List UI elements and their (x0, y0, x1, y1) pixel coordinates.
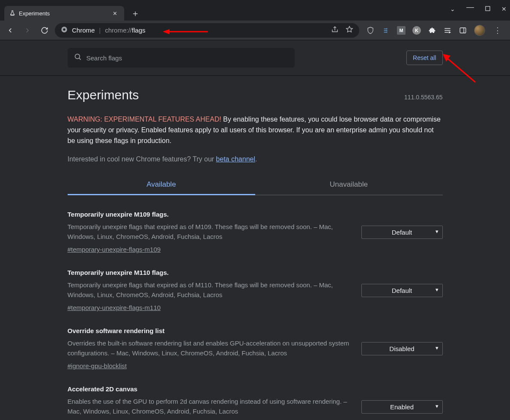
menu-icon[interactable]: ⋮ (492, 26, 503, 35)
flask-icon (9, 10, 15, 17)
flags-tabs: Available Unavailable (68, 175, 443, 195)
flag-description: Overrides the built-in software renderin… (68, 339, 351, 358)
maximize-icon[interactable] (485, 6, 490, 12)
beta-channel-line: Interested in cool new Chrome features? … (68, 155, 443, 163)
beta-channel-link[interactable]: beta channel (216, 155, 255, 163)
browser-toolbar: Chrome | chrome://flags Ⲷ M K (0, 21, 510, 40)
flag-description: Temporarily unexpire flags that expired … (68, 280, 351, 300)
flags-list: Temporarily unexpire M109 flags. Tempora… (68, 195, 443, 420)
flag-anchor-link[interactable]: #temporary-unexpire-flags-m110 (68, 304, 161, 311)
extension-m-icon[interactable]: M (397, 26, 406, 35)
interested-prefix: Interested in cool new Chrome features? … (68, 155, 216, 163)
flag-title: Temporarily unexpire M109 flags. (68, 211, 351, 218)
reload-button[interactable] (38, 24, 51, 37)
flag-title: Override software rendering list (68, 327, 351, 334)
url-path: flags (132, 27, 146, 34)
address-bar[interactable]: Chrome | chrome://flags (55, 23, 359, 38)
flag-entry: Temporarily unexpire M109 flags. Tempora… (68, 195, 443, 253)
media-icon[interactable] (443, 26, 452, 35)
warning-text: WARNING: EXPERIMENTAL FEATURES AHEAD! By… (68, 114, 443, 146)
svg-point-2 (63, 28, 65, 30)
browser-tab[interactable]: Experiments ✕ (4, 6, 124, 21)
tab-unavailable[interactable]: Unavailable (255, 175, 443, 195)
reset-all-button[interactable]: Reset all (406, 51, 442, 65)
share-icon[interactable] (331, 26, 339, 35)
bookmark-star-icon[interactable] (346, 26, 353, 35)
new-tab-button[interactable]: ＋ (131, 8, 140, 19)
close-window-icon[interactable]: ✕ (501, 6, 507, 12)
minimize-icon[interactable]: — (466, 3, 474, 12)
tab-title: Experiments (19, 10, 50, 17)
close-tab-icon[interactable]: ✕ (111, 10, 119, 17)
search-flags-input[interactable] (86, 54, 289, 62)
flag-select[interactable]: Default (361, 226, 443, 239)
extensions-area: Ⲷ M K ⋮ (363, 25, 507, 36)
origin-label: Chrome (72, 27, 95, 34)
version-label: 111.0.5563.65 (404, 94, 443, 101)
profile-avatar[interactable] (474, 25, 485, 36)
svg-line-6 (79, 58, 81, 60)
flag-select[interactable]: Default (361, 284, 443, 297)
shield-icon[interactable] (366, 26, 375, 35)
flag-title: Accelerated 2D canvas (68, 385, 351, 393)
interested-suffix: . (255, 155, 257, 163)
warning-head: WARNING: EXPERIMENTAL FEATURES AHEAD! (68, 116, 221, 123)
search-flags-wrap (68, 48, 295, 68)
flag-entry: Accelerated 2D canvas Enables the use of… (68, 370, 443, 420)
flags-header-bar: Reset all (0, 40, 510, 76)
extensions-puzzle-icon[interactable] (428, 26, 436, 35)
flag-anchor-link[interactable]: #ignore-gpu-blocklist (68, 362, 127, 369)
flag-title: Temporarily unexpire M110 flags. (68, 269, 351, 276)
extension-icon[interactable]: Ⲷ (382, 26, 390, 35)
svg-rect-3 (460, 28, 466, 33)
window-controls: ⌄ — ✕ (450, 4, 507, 13)
titlebar: Experiments ✕ ＋ ⌄ — ✕ (0, 0, 510, 21)
chrome-icon (61, 26, 68, 34)
forward-button[interactable] (21, 24, 34, 37)
svg-rect-0 (486, 6, 490, 11)
extension-k-icon[interactable]: K (412, 26, 421, 35)
page-viewport[interactable]: Reset all Experiments 111.0.5563.65 WARN… (0, 40, 510, 420)
flag-description: Temporarily unexpire flags that expired … (68, 222, 351, 241)
tab-available[interactable]: Available (68, 175, 255, 195)
flag-entry: Temporarily unexpire M110 flags. Tempora… (68, 253, 443, 312)
chevron-down-icon[interactable]: ⌄ (450, 6, 455, 12)
sidepanel-icon[interactable] (459, 26, 467, 35)
back-button[interactable] (3, 24, 17, 37)
svg-point-5 (75, 54, 80, 59)
flag-description: Enables the use of the GPU to perform 2d… (68, 397, 351, 416)
flag-select[interactable]: Enabled (361, 400, 443, 414)
flag-anchor-link[interactable]: #temporary-unexpire-flags-m109 (68, 246, 161, 253)
flag-select[interactable]: Disabled (361, 342, 443, 355)
url-scheme: chrome:// (105, 27, 132, 34)
flag-entry: Override software rendering list Overrid… (68, 312, 443, 370)
url-separator: | (99, 27, 101, 34)
content-column: Experiments 111.0.5563.65 WARNING: EXPER… (68, 76, 443, 420)
page-title: Experiments (68, 88, 139, 102)
search-icon (74, 53, 82, 63)
